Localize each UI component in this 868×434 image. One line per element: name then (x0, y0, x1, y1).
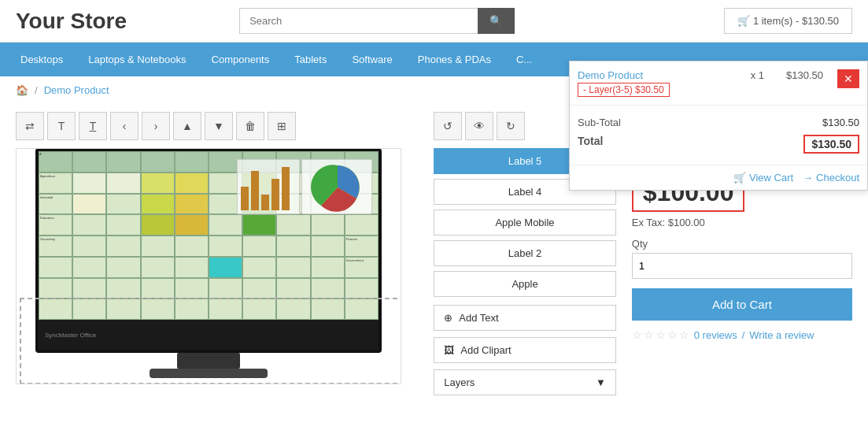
cart-label: 1 item(s) - $130.50 (753, 15, 839, 27)
breadcrumb-home[interactable]: 🏠 (16, 84, 28, 96)
add-to-cart-button[interactable]: Add to Cart (632, 288, 852, 321)
cart-icon: 🛒 (737, 15, 750, 27)
label-btn-apple-mobile[interactable]: Apple Mobile (434, 210, 616, 236)
qty-input[interactable] (632, 253, 852, 279)
cart-popup: Demo Product - Layer(3-5) $30.50 x 1 $13… (569, 61, 868, 191)
checkout-link[interactable]: → Checkout (803, 172, 859, 184)
total-row: Total $130.50 (578, 132, 859, 157)
star-3: ☆ (656, 328, 666, 341)
layers-label: Layers (444, 377, 475, 388)
nav-item-desktops[interactable]: Desktops (8, 43, 76, 76)
cart-totals: Sub-Total $130.50 Total $130.50 (570, 106, 867, 165)
label-btn-apple[interactable]: Apple (434, 271, 616, 297)
cart-item-qty: x 1 (743, 69, 772, 81)
store-title: Your Store (16, 9, 127, 34)
view-cart-label: View Cart (749, 172, 793, 184)
checkout-icon: → (803, 172, 813, 184)
nav-item-more[interactable]: C... (504, 43, 545, 76)
ex-tax: Ex Tax: $100.00 (632, 217, 852, 228)
write-review-link[interactable]: Write a review (749, 329, 814, 341)
tb-delete[interactable]: 🗑 (236, 112, 264, 140)
editor-toolbar: ⇄ T T ‹ › ▲ ▼ 🗑 ⊞ (16, 112, 418, 140)
cart-item-name: Demo Product (578, 69, 737, 81)
tool-refresh[interactable]: ↺ (434, 112, 462, 140)
cart-item-price: $130.50 (778, 69, 831, 81)
breadcrumb-separator: / (35, 84, 38, 96)
view-cart-link[interactable]: 🛒 View Cart (733, 172, 793, 184)
tb-text[interactable]: T (47, 112, 76, 140)
tb-down[interactable]: ▼ (205, 112, 233, 140)
tb-up[interactable]: ▲ (173, 112, 201, 140)
tool-rotate[interactable]: ↻ (497, 112, 525, 140)
nav-item-software[interactable]: Software (339, 43, 404, 76)
add-section: ⊕ Add Text 🖼 Add Clipart Layers ▼ (434, 305, 616, 395)
cart-item-row: Demo Product - Layer(3-5) $30.50 x 1 $13… (570, 61, 867, 106)
nav-item-phones[interactable]: Phones & PDAs (405, 43, 504, 76)
layers-dropdown[interactable]: Layers ▼ (434, 369, 616, 395)
nav-item-tablets[interactable]: Tablets (282, 43, 339, 76)
breadcrumb-product[interactable]: Demo Product (44, 84, 109, 96)
subtotal-row: Sub-Total $130.50 (578, 113, 859, 132)
star-5: ☆ (679, 328, 689, 341)
image-icon: 🖼 (444, 344, 454, 356)
qty-label: Qty (632, 238, 852, 250)
tb-text-underline[interactable]: T (79, 112, 107, 140)
star-4: ☆ (667, 328, 678, 341)
reviews-section: ☆ ☆ ☆ ☆ ☆ 0 reviews / Write a review (632, 328, 852, 341)
nav-item-laptops[interactable]: Laptops & Notebooks (76, 43, 198, 76)
total-value: $130.50 (803, 135, 859, 154)
search-button[interactable]: 🔍 (478, 8, 515, 34)
total-label: Total (578, 135, 603, 154)
star-1: ☆ (632, 328, 642, 341)
tb-next[interactable]: › (142, 112, 170, 140)
cart-remove-button[interactable]: ✕ (837, 69, 859, 88)
add-clipart-button[interactable]: 🖼 Add Clipart (434, 337, 616, 363)
add-clipart-label: Add Clipart (460, 344, 511, 356)
tool-eye[interactable]: 👁 (465, 112, 493, 140)
reviews-sep: / (742, 329, 745, 341)
cart-icon-small: 🛒 (733, 172, 746, 184)
tb-shuffle[interactable]: ⇄ (16, 112, 44, 140)
plus-icon: ⊕ (444, 312, 452, 324)
cart-actions: 🛒 View Cart → Checkout (570, 165, 867, 190)
tb-prev[interactable]: ‹ (110, 112, 139, 140)
chevron-down-icon: ▼ (596, 377, 606, 388)
star-rating: ☆ ☆ ☆ ☆ ☆ (632, 328, 689, 341)
checkout-label: Checkout (816, 172, 859, 184)
add-text-label: Add Text (459, 312, 498, 324)
nav-item-components[interactable]: Components (199, 43, 283, 76)
subtotal-label: Sub-Total (578, 117, 621, 128)
cart-item-option: - Layer(3-5) $30.50 (578, 83, 670, 97)
reviews-count[interactable]: 0 reviews (694, 329, 737, 341)
left-panel: ⇄ T T ‹ › ▲ ▼ 🗑 ⊞ A (16, 112, 418, 403)
search-input[interactable] (239, 8, 478, 34)
add-text-button[interactable]: ⊕ Add Text (434, 305, 616, 331)
tb-copy[interactable]: ⊞ (268, 112, 296, 140)
search-bar: 🔍 (239, 8, 515, 34)
label-btn-2[interactable]: Label 2 (434, 240, 616, 266)
product-image: A Agriculture (16, 148, 401, 384)
main-content: ⇄ T T ‹ › ▲ ▼ 🗑 ⊞ A (0, 104, 868, 411)
cart-button[interactable]: 🛒 1 item(s) - $130.50 (724, 8, 852, 34)
subtotal-value: $130.50 (822, 117, 859, 128)
header: Your Store 🔍 🛒 1 item(s) - $130.50 (0, 0, 868, 43)
star-2: ☆ (644, 328, 654, 341)
